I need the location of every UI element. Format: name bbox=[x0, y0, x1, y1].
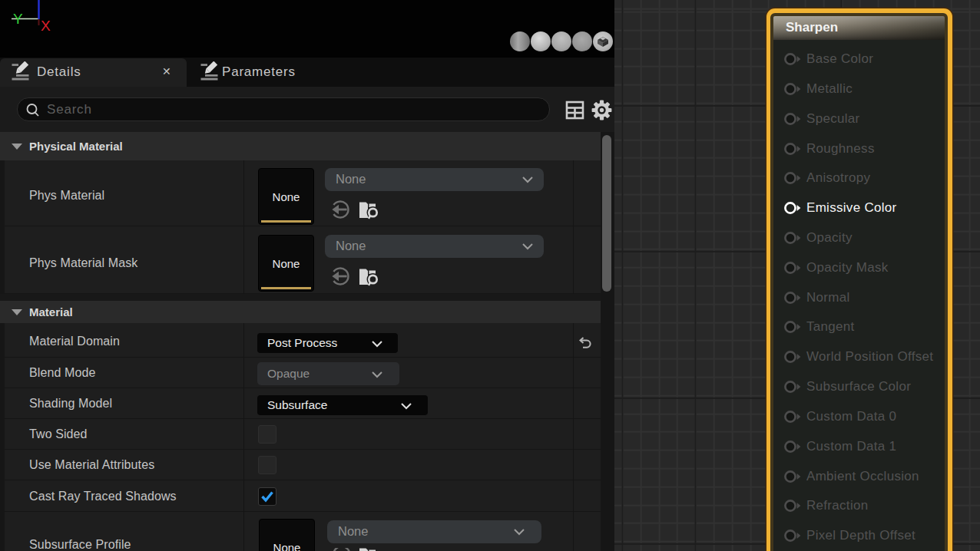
svg-text:Y: Y bbox=[13, 11, 23, 27]
svg-text:X: X bbox=[41, 18, 51, 34]
